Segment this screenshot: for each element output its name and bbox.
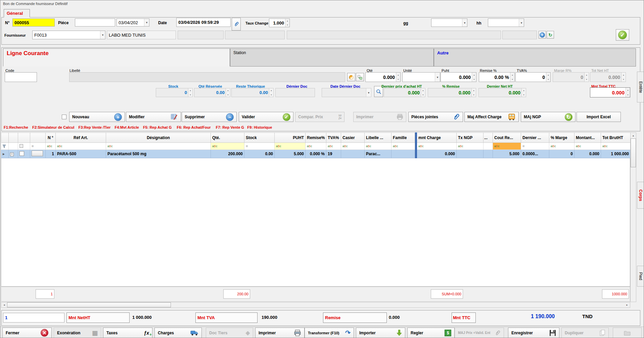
- header-famille[interactable]: Famille: [392, 133, 415, 143]
- header-cout[interactable]: Cout Re...: [493, 133, 521, 143]
- filter-puht[interactable]: aBc: [275, 143, 306, 150]
- cell-ref[interactable]: PARA-500: [56, 150, 106, 158]
- spin-down-icon[interactable]: ▼: [472, 77, 476, 82]
- date-dernier-doc-combo[interactable]: ▾: [322, 88, 371, 97]
- pieces-jointes-button[interactable]: Piéces jointes: [408, 112, 463, 122]
- cell-puht[interactable]: 5.000: [275, 150, 306, 158]
- enregistrer-button[interactable]: Enregistrer: [508, 328, 559, 338]
- modifier-button[interactable]: Modifier: [126, 112, 181, 122]
- filter-casier[interactable]: aBc: [341, 143, 365, 150]
- filter-cout[interactable]: aBc: [493, 143, 521, 150]
- header-mnt-charge[interactable]: mnt Charge: [417, 133, 457, 143]
- header-no[interactable]: N °: [46, 133, 56, 143]
- header-marge[interactable]: % Marge: [549, 133, 574, 143]
- taxes-button[interactable]: Taxes ƒx+: [103, 328, 152, 338]
- import-excel-button[interactable]: Import Excel: [577, 112, 621, 122]
- cell-stock[interactable]: 0.00: [244, 150, 275, 158]
- horizontal-scrollbar-thumb[interactable]: [7, 302, 171, 307]
- charges-button[interactable]: Charges: [154, 328, 202, 338]
- cell-dernier[interactable]: 0.0000...: [521, 150, 549, 158]
- row-button-cell[interactable]: [30, 150, 46, 158]
- filter-tot-brut[interactable]: aBc: [601, 143, 631, 150]
- supprimer-button[interactable]: Supprimer−: [182, 112, 237, 122]
- filter-stock[interactable]: =: [244, 143, 275, 150]
- filter-funnel-cell[interactable]: [1, 143, 9, 150]
- header-dots[interactable]: ...: [484, 133, 493, 143]
- remise-stepper[interactable]: 0.00 %▲▼: [479, 72, 515, 82]
- cell-no[interactable]: 1: [46, 150, 56, 158]
- regler-button[interactable]: Regler$: [407, 328, 455, 338]
- header-montant[interactable]: Montant...: [574, 133, 601, 143]
- tab-entete[interactable]: Entête: [637, 72, 644, 102]
- header-remise[interactable]: Remise%: [306, 133, 326, 143]
- cell-cout[interactable]: 5.000: [493, 150, 521, 158]
- select-all-checkbox[interactable]: [62, 115, 66, 119]
- spin-down-icon[interactable]: ▼: [626, 92, 630, 97]
- chevron-down-icon[interactable]: ▾: [100, 31, 105, 39]
- header-tot-brut[interactable]: Tot BrutHT: [601, 133, 631, 143]
- chevron-down-icon[interactable]: ▾: [519, 19, 524, 27]
- header-dernier[interactable]: Dernier ...: [521, 133, 549, 143]
- filter-libelle[interactable]: aBc: [365, 143, 392, 150]
- cell-remise[interactable]: 0.000 %: [306, 150, 326, 158]
- cell-dots[interactable]: [484, 150, 493, 158]
- imprimer-button[interactable]: Imprimer: [255, 328, 305, 338]
- cell-famille[interactable]: [392, 150, 415, 158]
- header-libelle[interactable]: Libelle ...: [365, 133, 392, 143]
- tva-stepper[interactable]: 0▲▼: [515, 72, 551, 82]
- scroll-up-arrow-icon[interactable]: ▲: [631, 133, 636, 138]
- filter-dernier[interactable]: =: [521, 143, 549, 150]
- spin-down-icon[interactable]: ▼: [396, 77, 400, 82]
- filter-designation[interactable]: aBc: [106, 143, 211, 150]
- chevron-down-icon[interactable]: ▾: [462, 19, 467, 27]
- header-puht[interactable]: PUHT: [275, 133, 306, 143]
- maj-ngp-button[interactable]: MAj NGP↻: [521, 112, 576, 122]
- add-button[interactable]: +: [539, 31, 546, 39]
- chevron-down-icon[interactable]: ▾: [366, 88, 371, 97]
- row-expand[interactable]: +: [9, 150, 18, 158]
- filter-remise[interactable]: aBc: [306, 143, 326, 150]
- spin-down-icon[interactable]: ▼: [510, 77, 514, 82]
- chevron-down-icon[interactable]: ▾: [435, 73, 440, 82]
- filter-famille[interactable]: aBc: [392, 143, 415, 150]
- maj-affect-charge-button[interactable]: Maj Affect Charge: [464, 112, 519, 122]
- nouveau-button[interactable]: Nouveau+: [69, 112, 125, 122]
- horizontal-scrollbar[interactable]: ◄ ►: [1, 302, 630, 308]
- cell-mnt-charge[interactable]: 0.000: [417, 150, 457, 158]
- date-input[interactable]: 03/04/2026 09:59:29: [176, 18, 231, 27]
- transformer-button[interactable]: Transformer (F10)↷: [305, 328, 354, 338]
- hh-combo[interactable]: ▾: [488, 18, 524, 27]
- doc-number-input[interactable]: 000055: [12, 18, 55, 27]
- fournisseur-combo[interactable]: F0013▾: [32, 31, 105, 39]
- code-input[interactable]: [5, 72, 37, 82]
- tab-general[interactable]: Géneral: [4, 9, 30, 17]
- taux-change-stepper[interactable]: 1.000▲▼: [269, 18, 290, 27]
- filter-eq-cell[interactable]: =: [30, 143, 46, 150]
- spin-up-icon[interactable]: ▲: [546, 73, 550, 77]
- header-designation[interactable]: Désignation: [106, 133, 211, 143]
- filter-ref[interactable]: aBc: [56, 143, 106, 150]
- cell-libelle[interactable]: Parac...: [365, 150, 392, 158]
- spin-up-icon[interactable]: ▲: [396, 73, 400, 77]
- puht-stepper[interactable]: 0.000▲▼: [441, 72, 476, 82]
- scroll-right-arrow-icon[interactable]: ►: [624, 302, 630, 307]
- filter-montant[interactable]: aBc: [574, 143, 601, 150]
- qte-stepper[interactable]: 0.000▲▼: [365, 72, 401, 82]
- cell-designation[interactable]: Paracétamol 500 mg: [106, 150, 211, 158]
- cell-casier[interactable]: [341, 150, 365, 158]
- spin-down-icon[interactable]: ▼: [285, 23, 289, 27]
- row-checkbox-cell[interactable]: [18, 150, 30, 158]
- spin-down-icon[interactable]: ▼: [546, 77, 550, 82]
- tab-corps[interactable]: Corps: [637, 182, 644, 209]
- piece-date-combo[interactable]: 03/04/202▾: [117, 18, 149, 27]
- filter-check-cell[interactable]: [18, 143, 30, 150]
- link-article-button[interactable]: [356, 73, 364, 81]
- cell-tot-brut[interactable]: 1 000.000: [601, 150, 631, 158]
- coin-toggle-button[interactable]: [347, 73, 355, 81]
- scroll-left-arrow-icon[interactable]: ◄: [1, 302, 7, 307]
- filter-tx-ngp[interactable]: aBc: [457, 143, 484, 150]
- spin-up-icon[interactable]: ▲: [626, 88, 630, 92]
- cell-marge[interactable]: 0: [549, 150, 574, 158]
- tab-pied[interactable]: Pied: [637, 266, 644, 287]
- cell-tx-ngp[interactable]: [457, 150, 484, 158]
